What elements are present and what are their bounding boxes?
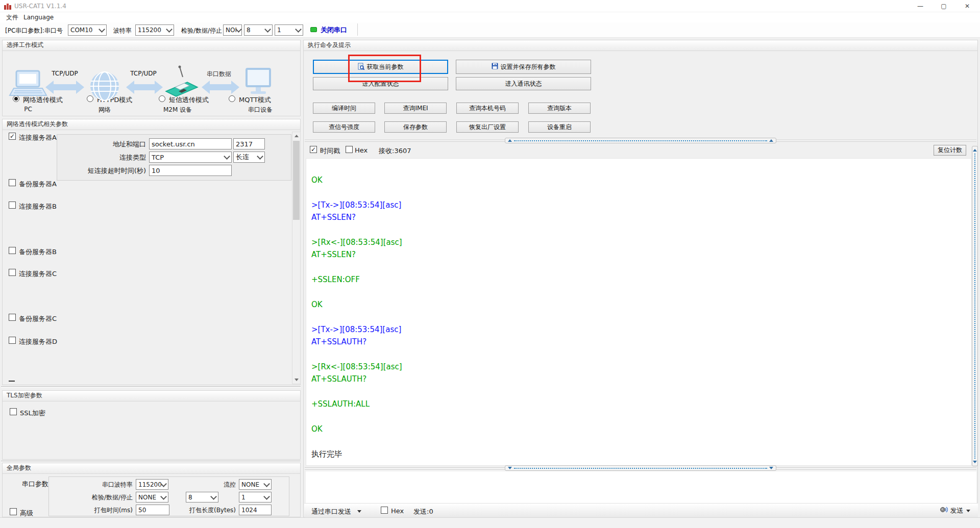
close-port-button[interactable]: 关闭串口 [321, 26, 347, 35]
close-button[interactable]: ✕ [955, 0, 979, 12]
g-baud-select[interactable]: 115200 [136, 479, 168, 490]
left-splitter-1[interactable] [1, 386, 301, 388]
log-line: OK [311, 298, 971, 311]
scroll-down-icon[interactable] [292, 376, 300, 384]
log-line [311, 386, 971, 398]
checkbox-label-backup-a: 备份服务器A [19, 180, 57, 189]
checkbox-server-c[interactable] [9, 269, 16, 276]
tls-group: TLS加密参数 SSL加密 [2, 390, 301, 460]
checkbox-timestamp[interactable]: ✓ [310, 146, 317, 153]
menu-file[interactable]: 文件 [4, 13, 20, 22]
node-label-serial-device: 串口设备 [240, 106, 281, 114]
enter-comm-state-button[interactable]: 进入通讯状态 [456, 77, 591, 90]
global-params-group: 全局参数 串口参数 串口波特率 115200 流控 NONE 检验/数据/停止 … [2, 463, 301, 517]
speaker-send-icon [940, 507, 948, 515]
g-stopbits-select[interactable]: 1 [239, 492, 272, 502]
title-bar: USR-CAT1 V1.1.4 — ▢ ✕ [0, 0, 980, 12]
checkbox-label-server-c: 连接服务器C [19, 269, 57, 279]
baud-select[interactable]: 115200 [135, 24, 174, 36]
log-line [311, 261, 971, 273]
log-output[interactable]: OK>[Tx->][08:53:54][asc]AT+SSLEN?>[Rx<-]… [306, 158, 972, 466]
chevron-down-icon [99, 26, 105, 33]
arrow-m2m-serial [202, 81, 239, 94]
query-signal-button[interactable]: 查信号强度 [313, 121, 375, 133]
factory-reset-button[interactable]: 恢复出厂设置 [456, 121, 519, 133]
query-imei-button[interactable]: 查询IMEI [384, 103, 447, 114]
log-line: >[Tx->][08:53:54][asc] [311, 323, 971, 336]
conn-mode-select[interactable]: 长连 [233, 152, 265, 163]
node-label-pc: PC [8, 106, 48, 113]
checkbox-label-rx-hex: Hex [355, 146, 368, 154]
chevron-down-icon [160, 493, 167, 500]
arrow-net-m2m [126, 81, 163, 94]
log-line: OK [311, 423, 971, 435]
short-conn-timeout-label: 短连接超时时间(秒) [67, 166, 146, 175]
checkbox-server-b[interactable] [9, 202, 16, 209]
addr-port-label: 地址和端口 [78, 140, 146, 149]
maximize-button[interactable]: ▢ [932, 0, 955, 12]
chevron-down-icon [235, 26, 242, 33]
log-right-splitter-handle[interactable] [972, 146, 978, 466]
arrow-pc-net [45, 81, 84, 94]
databits-select[interactable]: 8 [244, 24, 273, 36]
query-local-number-button[interactable]: 查询本机号码 [456, 103, 519, 114]
stopbits-select[interactable]: 1 [275, 24, 303, 36]
node-label-network: 网络 [84, 106, 125, 114]
checkbox-tx-hex[interactable] [381, 507, 388, 514]
packlen-input[interactable]: 1024 [239, 505, 272, 515]
checkbox-backup-server-b[interactable] [9, 247, 16, 254]
checkbox-ssl[interactable] [10, 408, 17, 415]
window-title: USR-CAT1 V1.1.4 [14, 3, 66, 10]
floppy-save-icon [492, 63, 498, 71]
checkbox-server-d[interactable] [9, 337, 16, 344]
chevron-down-icon [966, 510, 970, 512]
log-line [311, 311, 971, 323]
send-button[interactable]: 发送 [933, 505, 977, 516]
server-a-port-input[interactable]: 2317 [233, 138, 265, 149]
command-panel-group: 执行命令及提示 获取当前参数 设置并保存所有参数 进入配置状态 进入通讯状态 编… [303, 40, 978, 517]
reset-counter-button[interactable]: 复位计数 [934, 145, 966, 156]
checkbox-backup-server-a[interactable] [9, 179, 16, 186]
scrollbar-thumb[interactable] [293, 141, 300, 220]
log-bottom-splitter-handle[interactable] [505, 465, 776, 471]
com-port-select[interactable]: COM10 [68, 24, 107, 36]
annotation-highlight-rect [348, 55, 421, 82]
tls-title: TLS加密参数 [3, 391, 300, 401]
link-label-tcpudp-1: TCP/UDP [45, 70, 84, 77]
checkbox-server-a[interactable]: ✓ [9, 133, 16, 140]
left-splitter-2[interactable] [1, 461, 301, 462]
global-params-title: 全局参数 [3, 463, 300, 474]
checkbox-label-timestamp: 时间戳 [320, 146, 340, 156]
timeout-input[interactable]: 10 [149, 165, 232, 176]
checkbox-label-advanced: 高级 [20, 509, 33, 518]
compile-time-button[interactable]: 编译时间 [313, 103, 375, 114]
checkbox-label-backup-b: 备份服务器B [19, 247, 57, 257]
scroll-up-icon[interactable] [292, 132, 300, 140]
send-text-area[interactable] [306, 471, 976, 503]
collapse-down-icon [973, 461, 977, 463]
query-version-button[interactable]: 查询版本 [528, 103, 591, 114]
minimize-button[interactable]: — [909, 0, 932, 12]
receive-count: 接收:3607 [379, 146, 411, 156]
g-databits-select[interactable]: 8 [186, 492, 218, 502]
chevron-down-icon[interactable] [357, 510, 361, 513]
log-top-splitter-handle[interactable] [505, 138, 776, 143]
packtime-input[interactable]: 50 [136, 505, 169, 515]
parity-select[interactable]: NONI [223, 24, 242, 36]
checkbox-advanced[interactable] [10, 508, 17, 515]
collapse-up-icon [769, 139, 773, 142]
conn-type-select[interactable]: TCP [149, 152, 232, 163]
log-line: >[Rx<-][08:53:54][asc] [311, 361, 971, 373]
send-via-serial-button[interactable]: 通过串口发送 [311, 507, 351, 516]
menu-language[interactable]: Language [21, 13, 56, 22]
device-restart-button[interactable]: 设备重启 [528, 121, 591, 133]
g-parity-select[interactable]: NONE [136, 492, 168, 502]
checkbox-rx-hex[interactable] [346, 146, 353, 153]
log-line [311, 186, 971, 198]
checkbox-backup-server-c[interactable] [9, 314, 16, 321]
save-params-button[interactable]: 保存参数 [384, 121, 447, 133]
net-params-scrollbar[interactable] [292, 132, 301, 384]
g-flow-select[interactable]: NONE [239, 479, 272, 490]
server-a-address-input[interactable]: socket.usr.cn [149, 138, 232, 149]
set-save-all-params-button[interactable]: 设置并保存所有参数 [456, 60, 591, 74]
